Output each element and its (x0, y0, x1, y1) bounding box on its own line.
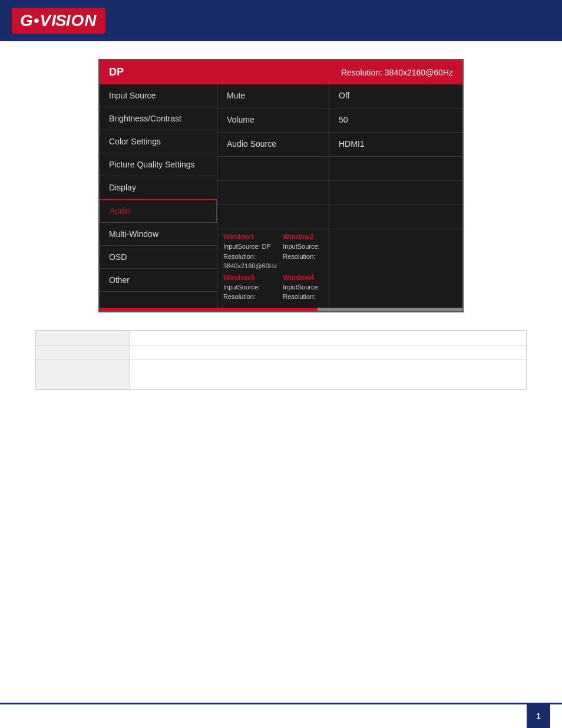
osd-menu-right: Off 50 HDMI1 (329, 84, 462, 308)
window3-block: Window3 InputSource: Resolution: (223, 274, 277, 302)
window1-block: Window1 InputSource: DP Resolution: 3840… (223, 233, 277, 271)
table-cell-label-2 (36, 345, 130, 360)
window1-label: Window1 (223, 233, 277, 241)
window4-input: InputSource: (283, 282, 323, 292)
window4-resolution: Resolution: (283, 292, 323, 302)
menu-item-osd[interactable]: OSD (100, 246, 217, 269)
right-item-audio-source-val: HDMI1 (329, 133, 462, 157)
osd-footer-bar (100, 308, 462, 311)
page-header: G•VISION (0, 0, 562, 41)
table-row (36, 345, 527, 360)
page-footer: 1 (0, 704, 562, 728)
right-item-mute-val: Off (329, 84, 462, 108)
page-number: 1 (536, 711, 541, 721)
window4-block: Window4 InputSource: Resolution: (283, 274, 323, 302)
table-row (36, 360, 527, 389)
menu-item-other[interactable]: Other (100, 269, 217, 292)
right-item-6 (329, 205, 462, 229)
page-number-box: 1 (527, 704, 550, 728)
menu-item-input-source[interactable]: Input Source (100, 84, 217, 107)
middle-item-6 (217, 205, 329, 229)
osd-body: Input Source Brightness/Contrast Color S… (100, 84, 462, 308)
osd-menu-box: DP Resolution: 3840x2160@60Hz Input Sour… (98, 59, 464, 312)
window2-label: Window2 (283, 233, 323, 241)
logo-text: G•VISION (20, 11, 97, 29)
middle-item-5 (217, 181, 329, 205)
middle-item-volume: Volume (217, 108, 329, 133)
middle-item-4 (217, 157, 329, 181)
info-table (35, 330, 527, 390)
table-section (35, 330, 527, 390)
menu-item-multi-window[interactable]: Multi-Window (100, 223, 217, 246)
osd-menu-middle: Mute Volume Audio Source Window1 InputSo… (217, 84, 329, 308)
table-cell-value-3 (130, 360, 527, 389)
table-row (36, 330, 527, 345)
right-item-5 (329, 181, 462, 205)
osd-title: DP (109, 66, 124, 78)
window3-input: InputSource: (223, 282, 277, 292)
main-content: DP Resolution: 3840x2160@60Hz Input Sour… (0, 41, 562, 407)
menu-item-display[interactable]: Display (100, 176, 217, 199)
menu-item-brightness-contrast[interactable]: Brightness/Contrast (100, 107, 217, 130)
osd-resolution: Resolution: 3840x2160@60Hz (341, 68, 453, 77)
right-item-4 (329, 157, 462, 181)
menu-item-color-settings[interactable]: Color Settings (100, 130, 217, 153)
window4-label: Window4 (283, 274, 323, 282)
table-cell-value-1 (130, 330, 527, 345)
multiwindow-section: Window1 InputSource: DP Resolution: 3840… (217, 229, 329, 308)
window2-block: Window2 InputSource: Resolution: (283, 233, 323, 271)
osd-header: DP Resolution: 3840x2160@60Hz (100, 60, 462, 84)
table-cell-value-2 (130, 345, 527, 360)
window3-label: Window3 (223, 274, 277, 282)
window2-resolution: Resolution: (283, 252, 323, 262)
window2-input: InputSource: (283, 242, 323, 252)
window3-resolution: Resolution: (223, 292, 277, 302)
table-cell-label-1 (36, 330, 130, 345)
menu-item-picture-quality[interactable]: Picture Quality Settings (100, 153, 217, 176)
window1-resolution: Resolution: 3840x2160@60Hz (223, 252, 277, 271)
osd-menu-left: Input Source Brightness/Contrast Color S… (100, 84, 217, 308)
window1-input: InputSource: DP (223, 242, 277, 252)
table-cell-label-3 (36, 360, 130, 389)
logo-box: G•VISION (12, 8, 105, 34)
menu-item-audio[interactable]: Audio (100, 199, 217, 223)
middle-item-mute: Mute (217, 84, 329, 108)
middle-item-audio-source: Audio Source (217, 133, 329, 157)
right-item-volume-val: 50 (329, 108, 462, 133)
